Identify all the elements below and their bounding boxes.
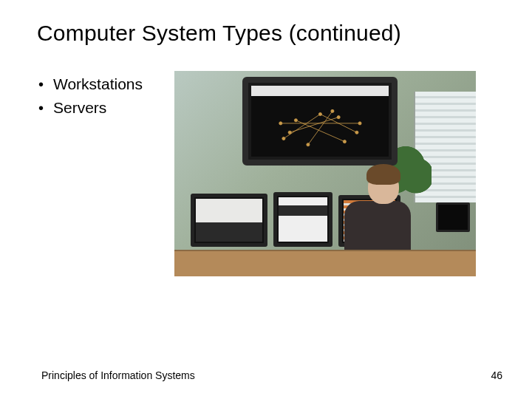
bullet-list: Workstations Servers [41, 71, 167, 119]
svg-point-15 [279, 122, 282, 125]
monitor-left [191, 194, 267, 247]
svg-point-13 [306, 143, 309, 146]
svg-point-12 [337, 116, 340, 119]
svg-point-7 [318, 112, 321, 115]
footer-source: Principles of Information Systems [41, 369, 195, 381]
svg-point-6 [282, 137, 284, 140]
svg-point-9 [294, 119, 297, 122]
svg-point-8 [355, 131, 358, 134]
svg-point-10 [343, 140, 346, 143]
svg-point-14 [330, 109, 333, 112]
network-graph-icon [265, 102, 375, 151]
workstation-photo [174, 71, 476, 276]
slide: Computer System Types (continued) Workst… [0, 0, 532, 399]
svg-line-0 [284, 115, 321, 139]
slide-title: Computer System Types (continued) [37, 21, 502, 46]
svg-point-16 [358, 122, 361, 125]
monitor-center [273, 192, 332, 247]
page-number: 46 [491, 369, 502, 381]
wall-display [242, 77, 398, 166]
svg-line-4 [308, 111, 332, 144]
bullet-item: Servers [41, 96, 167, 120]
desk [174, 250, 476, 276]
monitor-far-right [436, 202, 470, 232]
svg-point-11 [288, 131, 291, 134]
content-row: Workstations Servers [41, 71, 502, 276]
bullet-item: Workstations [41, 72, 167, 96]
slide-footer: Principles of Information Systems 46 [41, 369, 502, 381]
